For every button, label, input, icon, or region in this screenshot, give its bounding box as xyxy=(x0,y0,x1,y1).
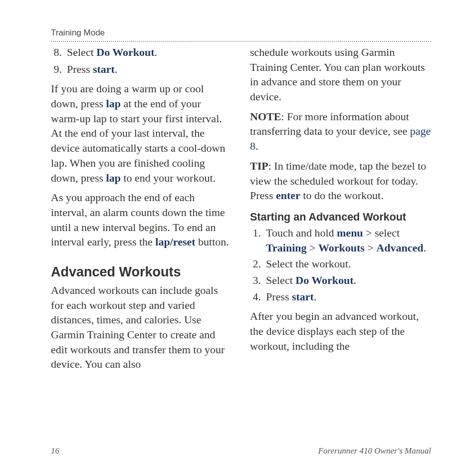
para-text: button. xyxy=(196,236,229,248)
step-text: . xyxy=(115,63,118,75)
ui-label-workouts: Workouts xyxy=(318,241,365,254)
step-text: Touch and hold xyxy=(266,227,337,239)
step-number: 4. xyxy=(250,289,266,304)
step-number: 3. xyxy=(250,273,266,288)
steps-list: 1. Touch and hold menu > select Training… xyxy=(250,226,431,304)
step-number: 9. xyxy=(51,62,67,77)
right-column: schedule workouts using Garmin Training … xyxy=(250,45,431,377)
step-4: 4. Press start. xyxy=(250,289,431,304)
para-text: . xyxy=(255,140,258,152)
tip-label: TIP xyxy=(250,160,268,172)
ui-label-lap: lap xyxy=(106,97,121,110)
page-footer: 16 Forerunner 410 Owner's Manual xyxy=(51,446,431,456)
paragraph: After you begin an advanced workout, the… xyxy=(250,309,431,353)
paragraph: Advanced workouts can include goals for … xyxy=(51,283,232,372)
manual-title: Forerunner 410 Owner's Manual xyxy=(318,446,431,456)
note-label: NOTE xyxy=(250,110,281,123)
step-text: Select xyxy=(266,274,295,286)
step-number: 2. xyxy=(250,256,266,271)
left-column: 8. Select Do Workout. 9. Press start. If… xyxy=(51,45,232,377)
tip-paragraph: TIP: In time/date mode, tap the bezel to… xyxy=(250,159,431,203)
step-text: > xyxy=(365,241,376,254)
ui-label-do-workout: Do Workout xyxy=(295,274,353,286)
step-text: Select xyxy=(67,46,96,58)
step-text: . xyxy=(423,241,426,254)
page-header: Training Mode xyxy=(51,28,431,42)
ui-label-advanced: Advanced xyxy=(376,241,423,254)
ui-label-training: Training xyxy=(266,241,307,254)
step-8: 8. Select Do Workout. xyxy=(51,45,232,60)
page-number: 16 xyxy=(51,446,59,456)
step-body: Touch and hold menu > select Training > … xyxy=(266,226,431,255)
para-text: at the end of your warm-up lap to start … xyxy=(51,97,225,184)
step-text: > xyxy=(307,241,318,254)
ui-label-start: start xyxy=(292,290,314,303)
step-text: . xyxy=(354,274,357,286)
para-text: to do the workout. xyxy=(300,189,384,202)
heading-starting-advanced: Starting an Advanced Workout xyxy=(250,211,431,224)
step-3: 3. Select Do Workout. xyxy=(250,273,431,288)
step-text: Press xyxy=(266,290,292,303)
section-label: Training Mode xyxy=(51,28,431,38)
step-9: 9. Press start. xyxy=(51,62,232,77)
step-body: Select Do Workout. xyxy=(67,45,232,60)
step-1: 1. Touch and hold menu > select Training… xyxy=(250,226,431,255)
step-number: 8. xyxy=(51,45,67,60)
step-body: Select the workout. xyxy=(266,256,431,271)
content-columns: 8. Select Do Workout. 9. Press start. If… xyxy=(51,45,431,377)
step-text: . xyxy=(155,46,158,58)
step-body: Press start. xyxy=(266,289,431,304)
note-paragraph: NOTE: For more information about transfe… xyxy=(250,109,431,154)
paragraph: As you approach the end of each interval… xyxy=(51,190,232,249)
para-text: to end your workout. xyxy=(121,172,216,184)
ui-label-lap-reset: lap/reset xyxy=(155,236,195,248)
step-2: 2. Select the workout. xyxy=(250,256,431,271)
ui-label-start: start xyxy=(93,63,115,75)
step-body: Select Do Workout. xyxy=(266,273,431,288)
ui-label-enter: enter xyxy=(276,189,300,202)
ui-label-lap: lap xyxy=(106,172,121,184)
manual-page: Training Mode 8. Select Do Workout. 9. P… xyxy=(0,0,476,397)
header-divider xyxy=(51,41,431,42)
step-body: Press start. xyxy=(67,62,232,77)
step-text: > select xyxy=(363,227,400,239)
step-text: . xyxy=(314,290,317,303)
heading-advanced-workouts: Advanced Workouts xyxy=(51,264,232,280)
paragraph: If you are doing a warm up or cool down,… xyxy=(51,81,232,185)
step-text: Press xyxy=(67,63,93,75)
paragraph: schedule workouts using Garmin Training … xyxy=(250,45,431,104)
step-number: 1. xyxy=(250,226,266,255)
ui-label-do-workout: Do Workout xyxy=(96,46,154,58)
ui-label-menu: menu xyxy=(337,227,363,239)
